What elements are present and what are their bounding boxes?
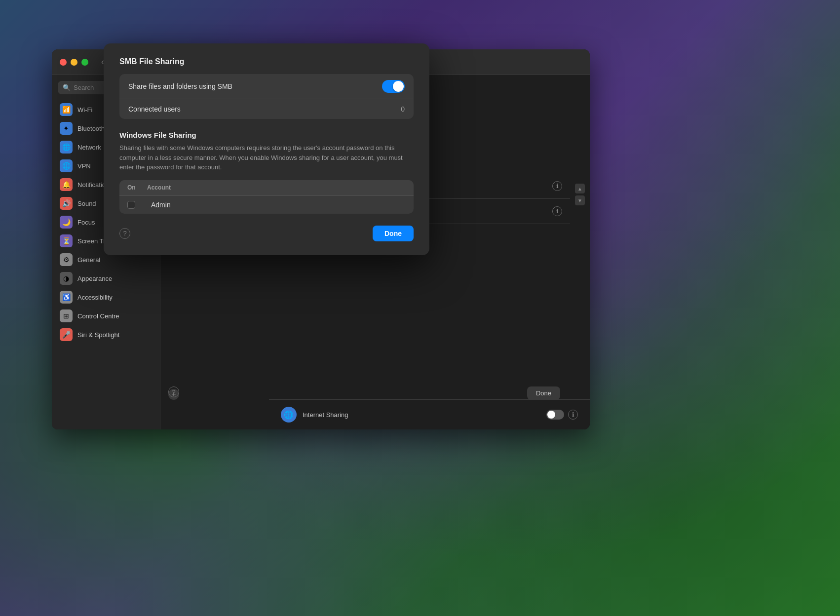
sidebar-item-label: Accessibility: [77, 294, 113, 301]
done-button[interactable]: Done: [373, 226, 414, 241]
header-account: Account: [147, 184, 171, 191]
controlcentre-icon: ⊞: [60, 309, 73, 322]
accessibility-icon: ♿: [60, 291, 73, 304]
appearance-icon: ◑: [60, 272, 73, 285]
sidebar-item-appearance[interactable]: ◑ Appearance: [52, 269, 160, 288]
maximize-button[interactable]: [81, 59, 88, 66]
internet-sharing-icon: 🌐: [281, 407, 297, 423]
info-button-2[interactable]: ℹ: [552, 206, 562, 216]
sidebar-item-label: Focus: [77, 219, 95, 226]
general-icon: ⚙: [60, 253, 73, 266]
sidebar-item-label: Control Centre: [77, 312, 119, 320]
done-button-bg[interactable]: Done: [527, 386, 560, 400]
sidebar-item-label: VPN: [77, 162, 91, 170]
table-header: On Account: [119, 180, 414, 195]
header-on: On: [127, 184, 147, 191]
connected-users-label: Connected users: [128, 105, 401, 113]
table-row: Admin: [119, 195, 414, 214]
share-files-row: Share files and folders using SMB: [119, 74, 414, 99]
traffic-lights: [60, 59, 88, 66]
help-button-bg[interactable]: ?: [168, 386, 179, 397]
internet-sharing-row: 🌐 Internet Sharing ℹ: [269, 399, 590, 429]
search-placeholder: Search: [74, 84, 94, 91]
sound-icon: 🔊: [60, 197, 73, 210]
scroll-controls: ▲ ▼: [575, 184, 585, 205]
sidebar-item-label: Siri & Spotlight: [77, 331, 119, 339]
smb-modal: SMB File Sharing Share files and folders…: [104, 43, 429, 255]
minimize-button[interactable]: [71, 59, 77, 66]
sidebar-item-label: Wi-Fi: [77, 106, 92, 114]
sidebar-item-label: General: [77, 256, 100, 264]
vpn-icon: 🌐: [60, 159, 73, 172]
bluetooth-icon: ✦: [60, 122, 73, 135]
focus-icon: 🌙: [60, 216, 73, 229]
network-icon: 🌐: [60, 141, 73, 154]
share-files-toggle[interactable]: [382, 80, 405, 93]
notifications-icon: 🔔: [60, 178, 73, 191]
sidebar-item-controlcentre[interactable]: ⊞ Control Centre: [52, 307, 160, 325]
connected-users-value: 0: [401, 105, 405, 113]
sidebar-item-siri[interactable]: 🎤 Siri & Spotlight: [52, 325, 160, 344]
admin-checkbox[interactable]: [127, 201, 135, 209]
scroll-up-button[interactable]: ▲: [575, 184, 585, 193]
wifi-icon: 📶: [60, 103, 73, 116]
info-button[interactable]: ℹ: [552, 181, 562, 191]
sidebar-item-label: Sound: [77, 200, 96, 207]
internet-sharing-toggle[interactable]: [546, 410, 564, 420]
windows-description: Sharing files with some Windows computer…: [119, 143, 414, 172]
admin-account-name: Admin: [151, 201, 171, 209]
scroll-down-button[interactable]: ▼: [575, 195, 585, 205]
screentime-icon: ⏳: [60, 234, 73, 247]
sidebar-item-label: Bluetooth: [77, 125, 105, 132]
internet-sharing-label: Internet Sharing: [303, 411, 546, 419]
share-files-label: Share files and folders using SMB: [128, 82, 382, 90]
modal-footer: ? Done: [119, 226, 414, 241]
smb-settings-box: Share files and folders using SMB Connec…: [119, 74, 414, 119]
siri-icon: 🎤: [60, 328, 73, 341]
sidebar-item-accessibility[interactable]: ♿ Accessibility: [52, 288, 160, 307]
close-button[interactable]: [60, 59, 67, 66]
help-button[interactable]: ?: [119, 228, 130, 239]
sidebar-item-label: Network: [77, 144, 101, 151]
smb-title: SMB File Sharing: [119, 57, 414, 66]
connected-users-row: Connected users 0: [119, 99, 414, 119]
windows-title: Windows File Sharing: [119, 131, 414, 139]
sidebar-item-label: Appearance: [77, 275, 112, 282]
search-icon: 🔍: [63, 84, 71, 91]
internet-sharing-info-button[interactable]: ℹ: [568, 410, 578, 420]
accounts-table: On Account Admin: [119, 180, 414, 214]
